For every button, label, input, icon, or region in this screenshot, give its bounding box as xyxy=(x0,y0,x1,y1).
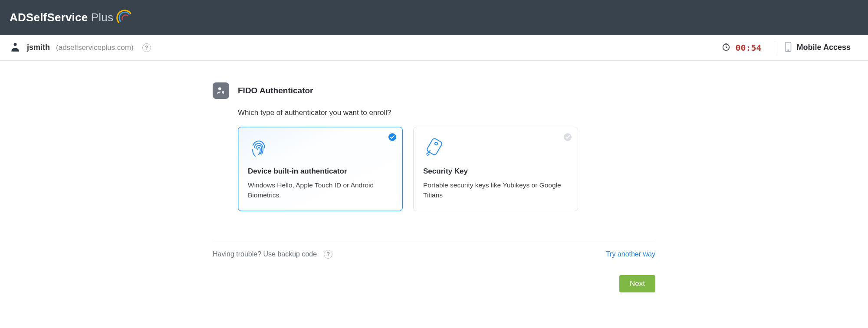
help-icon[interactable]: ? xyxy=(324,250,332,259)
svg-rect-8 xyxy=(426,138,443,155)
check-selected-icon xyxy=(388,133,396,141)
security-key-icon xyxy=(423,137,568,160)
option-title: Device built-in authenticator xyxy=(248,167,393,176)
sub-header: jsmith (adselfserviceplus.com) ? 00:54 M… xyxy=(0,35,868,61)
main-content: FIDO Authenticator Which type of authent… xyxy=(204,82,664,292)
product-name: ADSelfService Plus xyxy=(10,11,113,24)
user-domain: (adselfserviceplus.com) xyxy=(56,43,134,52)
trouble-backup-code[interactable]: Having trouble? Use backup code ? xyxy=(213,250,332,259)
actions-row: Next xyxy=(213,275,655,292)
svg-point-3 xyxy=(788,49,789,50)
section-title: FIDO Authenticator xyxy=(238,86,313,95)
fingerprint-icon xyxy=(248,137,393,160)
section-header: FIDO Authenticator xyxy=(213,82,655,99)
authenticator-options: Device built-in authenticator Windows He… xyxy=(238,127,655,211)
svg-point-9 xyxy=(435,142,437,145)
divider xyxy=(775,41,775,54)
option-desc: Portable security keys like Yubikeys or … xyxy=(423,180,568,200)
svg-point-4 xyxy=(218,87,221,90)
product-logo: ADSelfService Plus xyxy=(10,10,133,25)
enroll-prompt: Which type of authenticator you want to … xyxy=(238,108,655,117)
mobile-access-link[interactable]: Mobile Access xyxy=(785,42,858,54)
option-device-builtin[interactable]: Device built-in authenticator Windows He… xyxy=(238,127,403,211)
user-block: jsmith (adselfserviceplus.com) ? xyxy=(10,41,151,54)
mobile-icon xyxy=(785,42,792,54)
try-another-way-link[interactable]: Try another way xyxy=(606,250,655,258)
help-icon[interactable]: ? xyxy=(142,43,151,52)
check-unselected-icon xyxy=(564,133,572,141)
next-button[interactable]: Next xyxy=(619,275,655,292)
user-icon xyxy=(10,41,21,54)
svg-point-0 xyxy=(14,43,17,46)
brand-main: ADSelfService xyxy=(10,11,88,24)
logo-arc-icon xyxy=(115,7,133,25)
mobile-access-label: Mobile Access xyxy=(797,43,851,52)
footer-row: Having trouble? Use backup code ? Try an… xyxy=(213,242,655,267)
username: jsmith xyxy=(27,43,50,52)
option-security-key[interactable]: Security Key Portable security keys like… xyxy=(413,127,578,211)
fido-section-icon xyxy=(213,82,229,99)
session-timer: 00:54 xyxy=(721,42,761,53)
brand-suffix: Plus xyxy=(91,11,113,24)
top-header: ADSelfService Plus xyxy=(0,0,868,35)
option-title: Security Key xyxy=(423,167,568,176)
clock-icon xyxy=(721,42,731,53)
svg-point-5 xyxy=(222,91,224,93)
trouble-text: Having trouble? Use backup code xyxy=(213,250,317,258)
option-desc: Windows Hello, Apple Touch ID or Android… xyxy=(248,180,393,200)
timer-value: 00:54 xyxy=(735,43,761,53)
